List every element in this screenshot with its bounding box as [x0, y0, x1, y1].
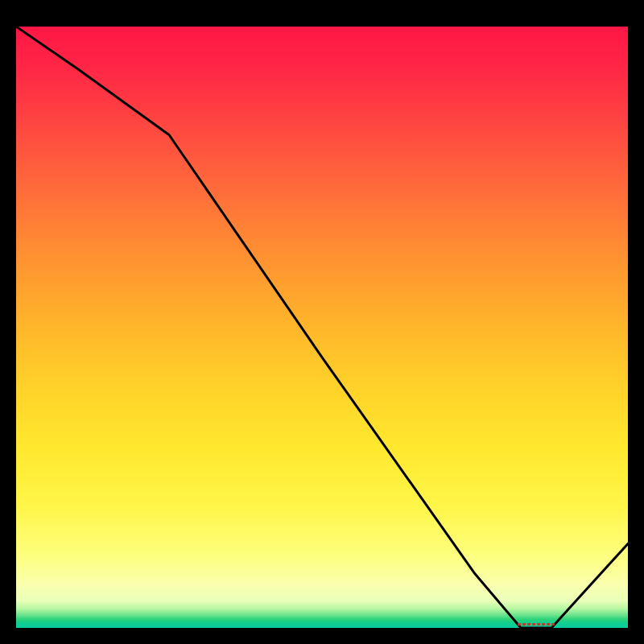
chart-line-layer: [16, 27, 628, 628]
chart-series-line: [16, 27, 628, 628]
